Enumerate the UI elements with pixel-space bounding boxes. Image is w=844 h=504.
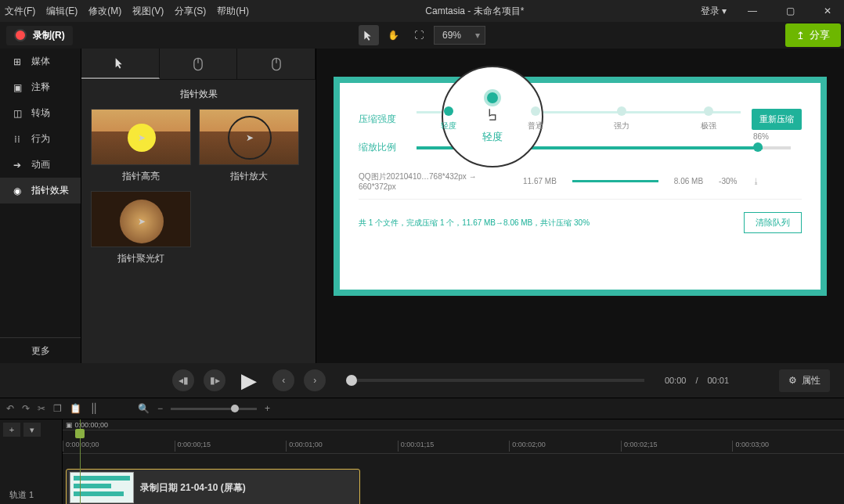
timeline: + ▾ 轨道 1 ▣ 0:00:00;00 0:00:00;00 0:00:00… <box>0 419 844 504</box>
step-back-button[interactable]: ‹ <box>272 369 294 391</box>
track-label[interactable]: 轨道 1 <box>0 440 62 504</box>
summary-text: 共 1 个文件，完成压缩 1 个，11.67 MB→8.06 MB，共计压缩 3… <box>359 218 590 229</box>
animation-icon: ➔ <box>11 159 23 171</box>
download-icon: ⭳ <box>752 177 760 185</box>
pointer-tool[interactable] <box>359 25 379 45</box>
window-title: Camtasia - 未命名项目* <box>260 5 690 18</box>
clear-queue-button: 清除队列 <box>744 212 802 233</box>
minimize-button[interactable]: — <box>741 5 764 16</box>
split-button[interactable]: ⎥⎢ <box>89 403 99 414</box>
clip-label: 录制日期 21-04-10 (屏幕) <box>140 481 246 495</box>
gear-icon: ⚙ <box>788 375 797 386</box>
zoom-in-button[interactable]: + <box>265 403 270 414</box>
sidebar-item-animation[interactable]: ➔动画 <box>0 152 81 178</box>
share-label: 分享 <box>810 28 830 42</box>
record-button[interactable]: 录制(R) <box>6 26 73 45</box>
record-label: 录制(R) <box>33 29 65 42</box>
menu-modify[interactable]: 修改(M) <box>88 5 121 18</box>
hand-tool[interactable]: ✋ <box>384 25 404 45</box>
menu-share[interactable]: 分享(S) <box>175 5 206 18</box>
effect-thumb-highlight[interactable]: ➤ 指针高亮 <box>91 109 191 183</box>
effects-panel: 指针效果 ➤ 指针高亮 ➤ 指针放大 ➤ 指针聚光灯 <box>81 49 316 363</box>
transition-icon: ◫ <box>11 107 23 120</box>
preview-content: 压缩强度 轻度 普通 强力 极强 重新压缩 缩放比例 86% QQ图片20210 <box>334 77 827 296</box>
next-frame-button[interactable]: ▮▸ <box>204 369 225 391</box>
cursor-tab-left-click[interactable] <box>160 49 238 79</box>
compress-strength-label: 压缩强度 <box>359 113 406 126</box>
canvas-area[interactable]: 压缩强度 轻度 普通 强力 极强 重新压缩 缩放比例 86% QQ图片20210 <box>316 49 844 363</box>
recompress-button: 重新压缩 <box>752 109 802 130</box>
record-icon <box>14 29 27 41</box>
menu-view[interactable]: 视图(V) <box>132 5 164 18</box>
main-toolbar: 录制(R) ✋ ⛶ 69% ↥ 分享 <box>0 22 844 49</box>
sidebar-item-cursor-effects[interactable]: ◉指针效果 <box>0 178 81 203</box>
playhead[interactable] <box>80 419 81 504</box>
undo-button[interactable]: ↶ <box>6 403 14 414</box>
playback-slider[interactable] <box>346 379 644 382</box>
timeline-ruler[interactable]: 0:00:00;00 0:00:00;15 0:00:01;00 0:00:01… <box>63 430 844 454</box>
copy-button[interactable]: ❐ <box>53 403 62 414</box>
cursor-effect-icon: ◉ <box>11 185 23 197</box>
crop-tool[interactable]: ⛶ <box>409 25 429 45</box>
annotation-icon: ▣ <box>11 81 23 94</box>
track-menu-button[interactable]: ▾ <box>23 423 41 437</box>
sidebar: ⊞媒体 ▣注释 ◫转场 ⁞⁞行为 ➔动画 ◉指针效果 更多 <box>0 49 81 363</box>
prev-frame-button[interactable]: ◂▮ <box>172 369 194 391</box>
file-row: QQ图片20210410…768*432px → 660*372px 11.67… <box>359 164 802 200</box>
zoom-select[interactable]: 69% <box>434 26 485 45</box>
share-button[interactable]: ↥ 分享 <box>785 23 841 47</box>
cursor-tab-pointer[interactable] <box>81 49 160 79</box>
zoom-out-button[interactable]: − <box>157 403 163 414</box>
menu-help[interactable]: 帮助(H) <box>217 5 249 18</box>
media-icon: ⊞ <box>11 56 23 68</box>
share-icon: ↥ <box>796 30 805 41</box>
cursor-tab-right-click[interactable] <box>237 49 316 79</box>
sidebar-item-media[interactable]: ⊞媒体 <box>0 49 81 74</box>
sidebar-item-annotation[interactable]: ▣注释 <box>0 74 81 100</box>
scale-ratio-label: 缩放比例 <box>359 141 406 154</box>
maximize-button[interactable]: ▢ <box>778 5 802 16</box>
playback-bar: ◂▮ ▮▸ ▶ ‹ › 00:00 / 00:01 ⚙属性 <box>0 363 844 398</box>
sidebar-item-more[interactable]: 更多 <box>0 337 81 363</box>
play-button[interactable]: ▶ <box>235 366 263 394</box>
timecode-display: ▣ 0:00:00;00 <box>63 419 844 430</box>
paste-button[interactable]: 📋 <box>70 403 81 414</box>
menu-edit[interactable]: 编辑(E) <box>46 5 78 18</box>
effect-thumb-spotlight[interactable]: ➤ 指针聚光灯 <box>91 191 191 265</box>
zoom-icon: 🔍 <box>138 403 150 414</box>
sidebar-item-transition[interactable]: ◫转场 <box>0 100 81 126</box>
behavior-icon: ⁞⁞ <box>11 133 23 146</box>
timeline-toolbar: ↶ ↷ ✂ ❐ 📋 ⎥⎢ 🔍 − + <box>0 398 844 419</box>
panel-title: 指针效果 <box>81 80 316 109</box>
properties-button[interactable]: ⚙属性 <box>779 369 830 392</box>
login-dropdown[interactable]: 登录 ▾ <box>701 5 727 18</box>
effect-thumb-magnify[interactable]: ➤ 指针放大 <box>199 109 299 183</box>
add-track-button[interactable]: + <box>3 423 20 437</box>
step-fwd-button[interactable]: › <box>304 369 326 391</box>
redo-button[interactable]: ↷ <box>22 403 30 414</box>
time-current: 00:00 <box>665 376 687 385</box>
timeline-clip[interactable]: 录制日期 21-04-10 (屏幕) <box>66 469 360 504</box>
timeline-zoom-slider[interactable] <box>171 408 257 410</box>
close-button[interactable]: ✕ <box>816 5 839 16</box>
compress-steps: 轻度 普通 强力 极强 <box>406 106 752 131</box>
title-bar: 文件(F) 编辑(E) 修改(M) 视图(V) 分享(S) 帮助(H) Camt… <box>0 0 844 22</box>
cut-button[interactable]: ✂ <box>38 403 45 414</box>
sidebar-item-behavior[interactable]: ⁞⁞行为 <box>0 126 81 152</box>
time-duration: 00:01 <box>707 376 729 385</box>
menu-file[interactable]: 文件(F) <box>5 5 35 18</box>
